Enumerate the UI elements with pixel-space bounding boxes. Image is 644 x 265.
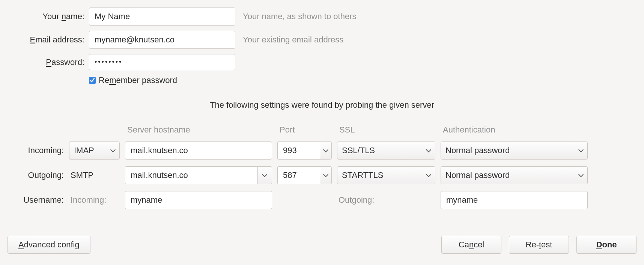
email-input[interactable] xyxy=(89,31,235,49)
username-incoming-input[interactable] xyxy=(125,191,272,209)
chevron-down-icon xyxy=(426,172,431,177)
status-message: The following settings were found by pro… xyxy=(8,100,636,110)
header-server-hostname: Server hostname xyxy=(125,125,272,135)
outgoing-port-combo[interactable] xyxy=(277,166,332,184)
password-label: Password: xyxy=(8,57,84,67)
chevron-down-icon xyxy=(262,172,267,177)
incoming-hostname-input[interactable] xyxy=(125,142,272,160)
chevron-down-icon xyxy=(426,147,431,152)
outgoing-port-dropdown-button[interactable] xyxy=(320,166,332,184)
outgoing-ssl-select[interactable]: STARTTLS xyxy=(337,166,435,184)
outgoing-protocol-value: SMTP xyxy=(69,170,120,180)
email-label: Email address: xyxy=(8,35,84,45)
outgoing-hostname-combo[interactable] xyxy=(125,166,272,184)
outgoing-ssl-value: STARTTLS xyxy=(342,170,383,180)
chevron-down-icon xyxy=(110,147,116,152)
advanced-config-button[interactable]: Advanced config xyxy=(8,236,90,254)
chevron-down-icon xyxy=(578,172,584,177)
retest-button[interactable]: Re-test xyxy=(509,236,569,254)
name-input[interactable] xyxy=(89,8,235,26)
cancel-button[interactable]: Cancel xyxy=(441,236,501,254)
incoming-port-dropdown-button[interactable] xyxy=(320,142,332,160)
incoming-protocol-value: IMAP xyxy=(74,146,94,155)
password-input[interactable] xyxy=(89,54,235,70)
username-outgoing-input[interactable] xyxy=(441,191,588,209)
remember-password-label[interactable]: Remember password xyxy=(99,75,177,85)
incoming-ssl-value: SSL/TLS xyxy=(342,146,375,155)
header-authentication: Authentication xyxy=(441,125,588,135)
email-hint: Your existing email address xyxy=(240,35,636,45)
username-label: Username: xyxy=(8,195,64,205)
chevron-down-icon xyxy=(323,172,328,177)
incoming-port-input[interactable] xyxy=(277,142,320,160)
chevron-down-icon xyxy=(578,147,584,152)
done-button[interactable]: Done xyxy=(576,236,636,254)
outgoing-port-input[interactable] xyxy=(277,166,320,184)
outgoing-auth-value: Normal password xyxy=(445,170,510,180)
name-hint: Your name, as shown to others xyxy=(240,12,636,21)
outgoing-hostname-dropdown-button[interactable] xyxy=(257,166,272,184)
incoming-auth-select[interactable]: Normal password xyxy=(441,142,588,160)
incoming-auth-value: Normal password xyxy=(445,146,510,155)
outgoing-hostname-input[interactable] xyxy=(125,166,257,184)
incoming-ssl-select[interactable]: SSL/TLS xyxy=(337,142,435,160)
chevron-down-icon xyxy=(323,147,328,152)
outgoing-auth-select[interactable]: Normal password xyxy=(441,166,588,184)
username-incoming-label: Incoming: xyxy=(69,195,120,205)
username-outgoing-label: Outgoing: xyxy=(337,195,435,205)
incoming-port-combo[interactable] xyxy=(277,142,332,160)
name-label: Your name: xyxy=(8,12,84,21)
incoming-protocol-select[interactable]: IMAP xyxy=(69,142,120,160)
remember-password-checkbox[interactable] xyxy=(89,77,96,84)
header-ssl: SSL xyxy=(337,125,435,135)
outgoing-label: Outgoing: xyxy=(8,170,64,180)
incoming-label: Incoming: xyxy=(8,146,64,155)
header-port: Port xyxy=(277,125,332,135)
